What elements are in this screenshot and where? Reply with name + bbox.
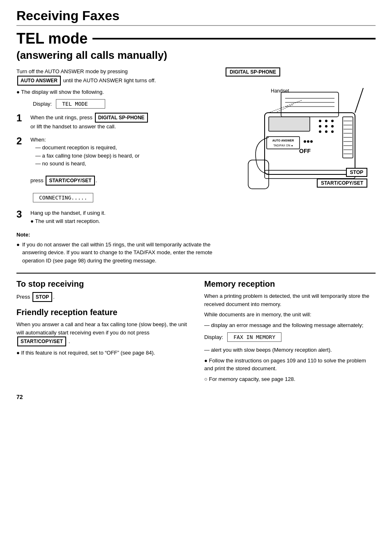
svg-point-6 [319,120,321,122]
step-1-number: 1 [16,113,26,123]
svg-point-9 [319,125,321,128]
note-section: Note: ● If you do not answer the call wi… [16,231,228,265]
start-copy-set-friendly: START/COPY/SET [17,336,66,346]
stop-label: STOP [346,168,367,177]
svg-point-33 [310,140,313,143]
memory-bullet2: ○ For memory capacity, see page 128. [204,375,376,383]
intro-paragraph: Turn off the AUTO ANSWER mode by pressin… [16,67,228,86]
stop-receiving-text: Press STOP. [16,292,188,302]
svg-text:AUTO ANSWER: AUTO ANSWER [272,139,294,142]
friendly-text2: . [69,338,70,344]
step-3: 3 Hang up the handset, if using it. ● Th… [16,209,228,225]
main-content: Turn off the AUTO ANSWER mode by pressin… [16,67,376,265]
display-label: Display: [33,101,52,107]
memory-dash2: — alert you with slow beeps (Memory rece… [204,346,376,354]
auto-answer-button: AUTO ANSWER [17,76,61,86]
tel-mode-title: TEL mode [16,30,88,47]
step-2-number: 2 [16,136,26,146]
bullet-dot: ● [16,89,21,95]
stop-button: STOP [32,292,52,302]
note-text: If you do not answer the call within 15 … [22,241,228,265]
right-column: DIGITAL SP-PHONE [236,67,376,265]
friendly-text1: When you answer a call and hear a fax ca… [16,321,187,336]
note-bullet: ● If you do not answer the call within 1… [16,241,228,265]
fax-illustration: DIGITAL SP-PHONE [217,67,392,189]
step2-label: When: [30,137,46,143]
step-3-content: Hang up the handset, if using it. ● The … [30,209,228,225]
digital-sp-phone-label: DIGITAL SP-PHONE [226,67,280,77]
bottom-right: Memory reception When a printing problem… [204,279,376,385]
memory-bullet1: ● Follow the instructions on pages 109 a… [204,357,376,373]
memory-dash1: — display an error message and the follo… [204,321,376,329]
intro-line2: until the AUTO ANSWER light turns off. [63,77,156,84]
connecting-value: CONNECTING..... [33,193,93,202]
digital-sp-phone-button: DIGITAL SP-PHONE [95,113,148,123]
svg-text:TAD/FAX ON ●: TAD/FAX ON ● [273,144,293,147]
step-1-content: When the unit rings, press DIGITAL SP-PH… [30,113,228,131]
svg-point-11 [331,125,334,128]
press-label: Press [16,294,30,300]
step3-bullet-dot: ● [30,218,35,224]
page-title: Receiving Faxes [16,8,376,26]
display-value: TEL MODE [56,99,105,109]
tel-mode-header: TEL mode [16,30,376,47]
display-bullet: ● The display will show the following. [16,88,228,96]
step1-text: When the unit rings, press [30,114,92,121]
step2-dash-list: — document reception is required, — a fa… [35,144,228,168]
step2-dash3: — no sound is heard, [35,160,228,168]
friendly-bullet-dot: ● [16,350,21,356]
note-title: Note: [16,231,228,239]
step-3-number: 3 [16,209,26,220]
friendly-reception-heading: Friendly reception feature [16,308,188,317]
connecting-display-row: CONNECTING..... [16,190,228,205]
start-copy-set-button-step2: START/COPY/SET [46,176,95,186]
step-2: 2 When: — document reception is required… [16,136,228,186]
step-2-content: When: — document reception is required, … [30,136,228,186]
svg-point-12 [319,130,321,133]
bottom-divider [16,273,376,274]
step3-text: Hang up the handset, if using it. [30,210,106,216]
stop-receiving-heading: To stop receiving [16,279,188,289]
memory-text1: When a printing problem is detected, the… [204,292,376,308]
svg-point-8 [331,120,334,122]
svg-point-32 [307,140,309,143]
step-1: 1 When the unit rings, press DIGITAL SP-… [16,113,228,131]
start-copy-set-label-diagram: START/COPY/SET [317,179,367,188]
stop-period: . [53,294,55,300]
intro-line1: Turn off the AUTO ANSWER mode by pressin… [16,68,128,74]
period: . [96,177,97,183]
memory-reception-heading: Memory reception [204,279,376,289]
bottom-left: To stop receiving Press STOP. Friendly r… [16,279,188,385]
step1-text2: or lift the handset to answer the call. [30,123,116,130]
step2-dash2: — a fax calling tone (slow beep) is hear… [35,152,228,160]
fax-in-memory-display-row: Display: FAX IN MEMORY [204,332,376,342]
svg-line-35 [277,104,293,112]
svg-point-13 [325,130,327,133]
display-label2: Display: [204,334,223,340]
page-number: 72 [16,394,376,400]
svg-point-14 [331,130,334,133]
left-column: Turn off the AUTO ANSWER mode by pressin… [16,67,228,265]
note-dot: ● [16,241,21,265]
svg-point-10 [325,125,327,128]
step3-bullet: The unit will start reception. [35,218,100,224]
svg-rect-28 [267,137,300,149]
fax-in-memory-value: FAX IN MEMORY [227,332,281,342]
step2-press: press [30,177,44,183]
tel-mode-line [92,38,376,39]
svg-rect-5 [269,117,310,131]
svg-point-7 [325,120,327,122]
svg-point-31 [304,140,306,143]
memory-text2: While documents are in memory, the unit … [204,311,376,319]
friendly-reception-text: When you answer a call and hear a fax ca… [16,320,188,346]
display-row: Display: TEL MODE [33,99,228,109]
handset-label: Handset [271,88,289,94]
svg-text:OFF: OFF [299,148,311,154]
bottom-section: To stop receiving Press STOP. Friendly r… [16,279,376,385]
answering-subtitle: (answering all calls manually) [16,49,376,62]
step2-dash1: — document reception is required, [35,144,228,152]
friendly-bullet: ● If this feature is not required, set t… [16,349,188,357]
